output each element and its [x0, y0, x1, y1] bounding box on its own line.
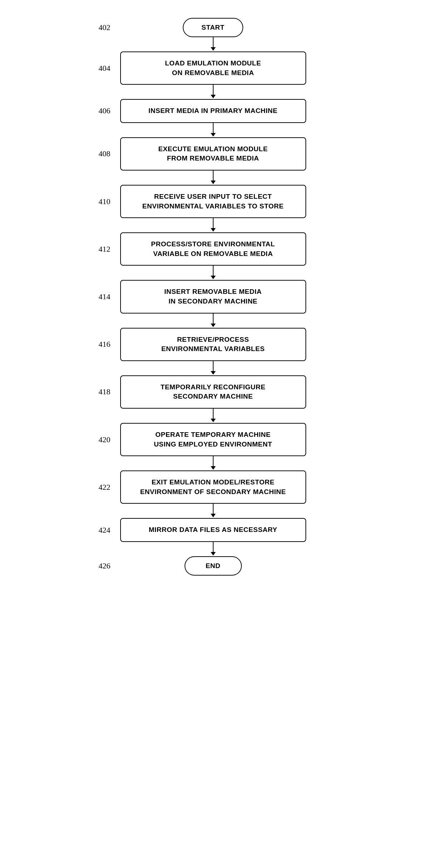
arrow-5 [88, 218, 338, 232]
node-416: RETRIEVE/PROCESSENVIRONMENTAL VARIABLES [120, 328, 306, 361]
node-id-406: 406 [99, 106, 111, 115]
node-wrapper-424: 424 MIRROR DATA FILES AS NECESSARY [88, 518, 338, 542]
arrow-6 [88, 266, 338, 280]
node-wrapper-406: 406 INSERT MEDIA IN PRIMARY MACHINE [88, 99, 338, 123]
node-wrapper-416: 416 RETRIEVE/PROCESSENVIRONMENTAL VARIAB… [88, 328, 338, 361]
node-id-426: 426 [99, 561, 111, 571]
start-node: START [183, 18, 243, 37]
node-wrapper-426: 426 END [88, 556, 338, 576]
node-id-424: 424 [99, 526, 111, 535]
node-id-414: 414 [99, 292, 111, 301]
node-wrapper-402: 402 START [88, 18, 338, 37]
node-id-422: 422 [99, 483, 111, 492]
node-id-418: 418 [99, 387, 111, 396]
arrow-9 [88, 409, 338, 423]
node-420: OPERATE TEMPORARY MACHINEUSING EMPLOYED … [120, 423, 306, 456]
node-wrapper-420: 420 OPERATE TEMPORARY MACHINEUSING EMPLO… [88, 423, 338, 456]
end-node: END [185, 556, 242, 576]
node-wrapper-412: 412 PROCESS/STORE ENVIRONMENTALVARIABLE … [88, 232, 338, 266]
node-id-404: 404 [99, 64, 111, 73]
arrow-4 [88, 171, 338, 185]
node-422: EXIT EMULATION MODEL/RESTOREENVIRONMENT … [120, 470, 306, 504]
node-id-412: 412 [99, 245, 111, 254]
arrow-7 [88, 314, 338, 328]
node-418: TEMPORARILY RECONFIGURESECONDARY MACHINE [120, 375, 306, 409]
node-id-402: 402 [99, 23, 111, 32]
node-id-420: 420 [99, 435, 111, 444]
node-wrapper-422: 422 EXIT EMULATION MODEL/RESTOREENVIRONM… [88, 470, 338, 504]
node-414: INSERT REMOVABLE MEDIAIN SECONDARY MACHI… [120, 280, 306, 313]
node-404: LOAD EMULATION MODULEON REMOVABLE MEDIA [120, 51, 306, 85]
arrow-10 [88, 456, 338, 470]
node-wrapper-410: 410 RECEIVE USER INPUT TO SELECTENVIRONM… [88, 185, 338, 218]
node-412: PROCESS/STORE ENVIRONMENTALVARIABLE ON R… [120, 232, 306, 266]
node-wrapper-408: 408 EXECUTE EMULATION MODULEFROM REMOVAB… [88, 137, 338, 171]
node-wrapper-404: 404 LOAD EMULATION MODULEON REMOVABLE ME… [88, 51, 338, 85]
node-wrapper-414: 414 INSERT REMOVABLE MEDIAIN SECONDARY M… [88, 280, 338, 313]
node-406: INSERT MEDIA IN PRIMARY MACHINE [120, 99, 306, 123]
node-wrapper-418: 418 TEMPORARILY RECONFIGURESECONDARY MAC… [88, 375, 338, 409]
node-424: MIRROR DATA FILES AS NECESSARY [120, 518, 306, 542]
arrow-11 [88, 504, 338, 518]
arrow-1 [88, 37, 338, 51]
node-410: RECEIVE USER INPUT TO SELECTENVIRONMENTA… [120, 185, 306, 218]
flowchart-diagram: 402 START 404 LOAD EMULATION MODULEON RE… [88, 7, 338, 576]
node-id-410: 410 [99, 197, 111, 206]
arrow-12 [88, 542, 338, 556]
arrow-8 [88, 361, 338, 375]
arrow-2 [88, 85, 338, 99]
node-id-416: 416 [99, 340, 111, 349]
node-id-408: 408 [99, 149, 111, 158]
arrow-3 [88, 123, 338, 137]
node-408: EXECUTE EMULATION MODULEFROM REMOVABLE M… [120, 137, 306, 171]
